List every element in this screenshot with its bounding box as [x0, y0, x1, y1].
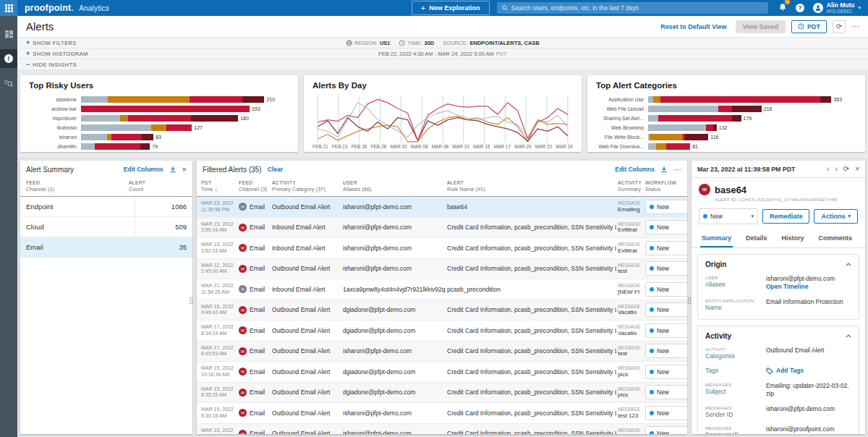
- refresh-icon[interactable]: ⟳: [843, 166, 849, 173]
- column-header-primary-category-37-[interactable]: ACTIVITYPrimary Category (37): [272, 180, 341, 192]
- column-header-summary[interactable]: ACTIVITYSummary: [618, 180, 644, 192]
- collapse-chevron-icon[interactable]: [846, 263, 851, 266]
- summary-label: MESSAGE: [618, 200, 644, 206]
- global-search-input[interactable]: Search users, endpoints, etc. in the las…: [497, 2, 768, 14]
- table-row[interactable]: MAR 17, 20226:49:53 AM✉EmailOutbound Ema…: [197, 341, 687, 362]
- tab-summary[interactable]: Summary: [700, 231, 733, 247]
- user-alias-cell: isharoni@pfpt-demo.com: [343, 410, 446, 417]
- summary-cell: MESSAGEtest: [618, 345, 644, 357]
- column-header-time[interactable]: PDTTime ↓: [201, 180, 237, 192]
- workflow-status-dropdown[interactable]: New▾: [645, 426, 687, 434]
- summary-row[interactable]: Cloud509: [20, 217, 192, 237]
- table-row[interactable]: MAR 22, 20222:45:00 AM✉EmailOutbound Ema…: [197, 259, 687, 280]
- new-exploration-button[interactable]: + New Exploration: [412, 1, 490, 15]
- table-row[interactable]: MAR 17, 20228:34:24 AM✉EmailOutbound Ema…: [197, 321, 687, 341]
- table-row[interactable]: MAR 23, 20223:55:16 AM✉EmailInbound Emai…: [197, 218, 687, 239]
- table-row[interactable]: MAR 18, 20229:46:43 AM✉EmailOutbound Ema…: [197, 300, 687, 321]
- table-row[interactable]: MAR 23, 20223:52:16 AM✉EmailInbound Emai…: [197, 238, 687, 259]
- status-label: New: [657, 430, 669, 434]
- workflow-status-dropdown[interactable]: New▾: [645, 344, 687, 358]
- summary-column-headers: FEEDChannel (1) ALERTCount: [20, 178, 192, 197]
- sidebar-item-dashboards[interactable]: [0, 25, 17, 43]
- download-icon[interactable]: [169, 166, 176, 173]
- region-filter[interactable]: REGION:US1: [346, 40, 390, 46]
- tab-details[interactable]: Details: [744, 231, 769, 247]
- alerts-by-day-card: Alerts By Day FEB 21FEB 23FEB 26FEB 28MA…: [304, 75, 582, 152]
- timezone-button[interactable]: PDT: [791, 20, 827, 33]
- column-header-rule-name-91-[interactable]: ALERTRule Name (91): [447, 180, 616, 192]
- link-open-timeline[interactable]: Open Timeline: [766, 283, 851, 291]
- detail-field: MESSAGESRecipient IDisharoni@proofpoint.…: [705, 425, 851, 434]
- channel-cell: ✉Email: [239, 265, 271, 273]
- tab-history[interactable]: History: [780, 231, 806, 247]
- view-saved-button[interactable]: View Saved: [736, 20, 786, 33]
- user-menu[interactable]: Alin Mutu ATG-DEMO ▾: [813, 2, 861, 14]
- panel-resize-handle[interactable]: ⣿: [687, 298, 692, 303]
- sidebar-item-explorations[interactable]: [0, 74, 17, 93]
- sidebar-item-alerts[interactable]: !: [0, 49, 17, 68]
- hide-insights-toggle[interactable]: − HIDE INSIGHTS: [26, 61, 77, 68]
- panel-resize-handle[interactable]: ⣿: [189, 298, 194, 303]
- summary-cell: MESSAGEpics: [618, 386, 644, 399]
- table-row[interactable]: MAR 15, 202210:16:34 AM✉EmailOutbound Em…: [197, 362, 687, 383]
- alert-date: MAR 22, 2022: [201, 263, 237, 269]
- tab-comments[interactable]: Comments: [817, 231, 854, 247]
- workflow-status-dropdown[interactable]: New▾: [645, 282, 687, 297]
- user-alias-cell: dgiadone@pfpt-demo.com: [343, 368, 446, 376]
- table-row[interactable]: MAR 23, 202211:39:58 PM✉EmailOutbound Em…: [197, 197, 687, 218]
- status-dot-icon: [650, 287, 654, 292]
- collapse-chevron-icon[interactable]: [846, 334, 851, 338]
- workflow-status-dropdown[interactable]: New▾: [645, 302, 687, 317]
- refresh-button[interactable]: ⟳: [833, 20, 846, 33]
- close-icon[interactable]: ×: [855, 166, 859, 173]
- more-options-icon[interactable]: ⋯: [851, 22, 859, 31]
- category-cell: Outbound Email Alert: [272, 265, 341, 272]
- help-icon[interactable]: ?: [796, 4, 804, 12]
- column-header-channel-3-[interactable]: FEEDChannel (3): [239, 180, 271, 192]
- alert-time: 8:34:24 AM: [201, 331, 237, 337]
- reset-default-view-link[interactable]: Reset to Default View: [660, 23, 726, 30]
- channel-label: Email: [250, 389, 265, 396]
- alert-time: 9:46:43 AM: [201, 310, 237, 316]
- column-header-status[interactable]: WORKFLOWStatus: [645, 180, 687, 192]
- table-row[interactable]: MAR 21, 202211:54:25 AM✉EmailInbound Ema…: [197, 279, 687, 300]
- link-add-tags[interactable]: Add Tags: [766, 367, 851, 375]
- workflow-status-dropdown[interactable]: New▾: [645, 385, 687, 399]
- app-launcher-icon[interactable]: [0, 0, 17, 16]
- bar-category-label: tkubinski: [29, 125, 81, 130]
- summary-row[interactable]: Email35: [20, 237, 192, 258]
- workflow-status-dropdown[interactable]: New▾: [645, 323, 687, 338]
- workflow-status-dropdown[interactable]: New▾: [645, 241, 687, 255]
- sort-descending-icon[interactable]: ↓: [214, 186, 217, 192]
- workflow-status-dropdown[interactable]: New▾: [645, 200, 687, 214]
- workflow-status-dropdown[interactable]: New▾: [645, 261, 687, 276]
- close-icon[interactable]: ×: [182, 166, 187, 174]
- table-row[interactable]: MAR 15, 20221:24:30 AM✉EmailOutbound Ema…: [197, 424, 687, 435]
- workflow-status-dropdown[interactable]: New▾: [645, 406, 687, 420]
- clear-filters-link[interactable]: Clear: [268, 166, 283, 173]
- actions-button[interactable]: Actions▾: [814, 209, 858, 224]
- table-row[interactable]: MAR 15, 20225:30:15 AM✉EmailOutbound Ema…: [197, 403, 687, 424]
- edit-columns-link[interactable]: Edit Columns: [124, 166, 163, 173]
- email-alert-icon: ✉: [699, 184, 710, 195]
- workflow-status-dropdown[interactable]: New ▾: [699, 208, 758, 224]
- rule-name-cell: Credit Card Information, pcasb_precondit…: [447, 327, 616, 334]
- workflow-status-dropdown[interactable]: New▾: [645, 365, 687, 379]
- time-filter[interactable]: TIME:30D: [399, 40, 435, 46]
- show-filters-toggle[interactable]: + SHOW FILTERS: [26, 39, 77, 46]
- avatar-icon: [813, 3, 823, 13]
- summary-row[interactable]: Endpoint1086: [20, 197, 192, 217]
- table-row[interactable]: MAR 15, 20228:35:25 AM✉EmailOutbound Ema…: [197, 383, 687, 404]
- download-icon[interactable]: [660, 166, 668, 173]
- more-options-icon[interactable]: ⋯: [673, 165, 681, 174]
- column-header-aliases-66-[interactable]: USERAliases (66): [343, 180, 446, 192]
- user-alias-cell: isharoni@pfpt-demo.com: [343, 265, 446, 272]
- edit-columns-link[interactable]: Edit Columns: [615, 166, 655, 173]
- workflow-status-dropdown[interactable]: New▾: [645, 220, 687, 234]
- notifications-bell-icon[interactable]: [778, 1, 787, 14]
- next-alert-icon[interactable]: ›: [835, 166, 837, 173]
- remediate-button[interactable]: Remediate: [762, 209, 810, 224]
- show-histogram-toggle[interactable]: + SHOW HISTOGRAM: [26, 50, 88, 57]
- source-filter[interactable]: SOURCE:ENDPOINT/ALERTS, CASB: [443, 40, 539, 46]
- previous-alert-icon[interactable]: ‹: [827, 166, 829, 173]
